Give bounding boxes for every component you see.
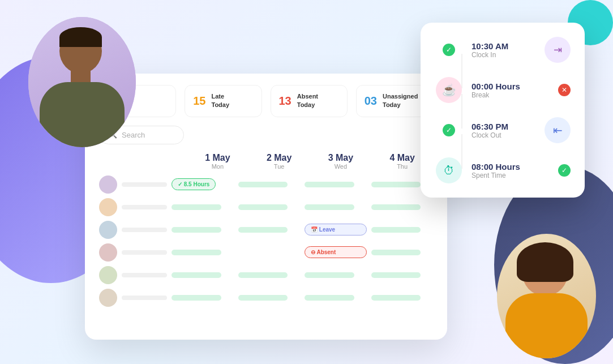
day-cell [172, 204, 234, 210]
clock-out-icon: ⇤ [545, 117, 571, 143]
day-cell [305, 182, 367, 187]
day-cell [238, 204, 301, 210]
cell-bar [305, 182, 354, 187]
tl-right: ✕ [558, 84, 571, 96]
late-number: 15 [193, 95, 205, 108]
break-label: Break [471, 91, 550, 99]
day2-day: Tue [248, 163, 310, 170]
tl-right: ⇥ [545, 37, 571, 63]
cell-bar [238, 295, 288, 301]
row-name [122, 296, 167, 300]
break-icon: ☕ [436, 77, 462, 103]
tl-info: 00:00 Hours Break [471, 82, 550, 99]
cell-bar [371, 250, 421, 255]
cell-bar [238, 182, 288, 187]
cell-bar [172, 227, 221, 233]
tl-right: ✓ [558, 164, 571, 177]
timeline-card: ✓ 10:30 AM Clock In ⇥ ☕ 00:00 Hours Brea… [421, 23, 585, 198]
hours-tag: ✓ 8.5 Hours [172, 178, 216, 190]
tl-right: ⇤ [545, 117, 571, 143]
unassigned-label: Unassigned [383, 92, 418, 101]
stat-absent: 13 AbsentToday [271, 85, 348, 117]
table-row: ⊖ Absent [99, 243, 433, 262]
row-name [122, 273, 167, 277]
avatar-left [28, 17, 136, 147]
search-text: Search [122, 131, 145, 139]
row-name [122, 228, 167, 232]
day-cell [371, 250, 434, 255]
cal-day-2: 2 May Tue [248, 153, 310, 170]
cal-day-1: 1 May Mon [187, 153, 248, 170]
row-avatar [99, 175, 117, 194]
table-row: 📅 Leave [99, 221, 433, 239]
stat-late: 15 LateToday [185, 85, 262, 117]
day-cell [172, 272, 234, 278]
cell-bar [172, 272, 221, 278]
calendar-header: 1 May Mon 2 May Tue 3 May Wed 4 May Thu [99, 153, 433, 170]
cell-bar [238, 227, 288, 233]
tl-left: ⏱ [435, 157, 463, 183]
row-avatar [99, 221, 117, 239]
day3-day: Wed [310, 163, 372, 170]
timeline-item-clock-in: ✓ 10:30 AM Clock In ⇥ [435, 37, 571, 77]
day2-date: 2 May [248, 153, 310, 163]
tl-info: 08:00 Hours Spent Time [471, 162, 550, 179]
day-cell [305, 295, 367, 301]
cell-bar [371, 182, 421, 187]
cell-bar [305, 272, 354, 278]
late-sub: Today [212, 101, 230, 109]
tl-info: 10:30 AM Clock In [471, 41, 536, 59]
table-row [99, 198, 433, 216]
timeline-item-spent: ⏱ 08:00 Hours Spent Time ✓ [435, 157, 571, 183]
leave-tag: 📅 Leave [305, 224, 367, 235]
clock-in-icon: ⇥ [545, 37, 571, 63]
cell-bar [172, 250, 221, 255]
cell-bar [371, 227, 421, 233]
day-cell [172, 227, 234, 233]
unassigned-sub: Today [383, 101, 418, 109]
status-dot-green: ✓ [443, 44, 455, 56]
late-label: Late [212, 92, 230, 101]
cell-bar [238, 272, 288, 278]
absent-sub: Today [297, 101, 318, 109]
stats-row: PresentToday 15 LateToday 13 AbsentToday… [85, 74, 447, 126]
row-name [122, 250, 167, 255]
day-cell [371, 227, 434, 233]
clock-out-time: 06:30 PM [471, 122, 536, 131]
row-avatar [99, 243, 117, 262]
spent-icon: ⏱ [436, 157, 462, 183]
cell-bar [305, 204, 354, 210]
day-cell [305, 272, 367, 278]
row-name [122, 182, 167, 187]
cell-bar [172, 204, 221, 210]
row-avatar [99, 266, 117, 284]
timeline-item-break: ☕ 00:00 Hours Break ✕ [435, 77, 571, 117]
status-dot-green: ✓ [558, 164, 571, 177]
dashboard-card: PresentToday 15 LateToday 13 AbsentToday… [85, 74, 447, 340]
status-dot-green: ✓ [443, 124, 455, 136]
tl-left: ✓ [435, 44, 463, 56]
avatar-right [497, 234, 596, 358]
day-cell [238, 272, 301, 278]
cal-day-3: 3 May Wed [310, 153, 372, 170]
day-cell [305, 204, 367, 210]
tl-info: 06:30 PM Clock Out [471, 122, 536, 139]
day-cell: ⊖ Absent [305, 246, 367, 258]
spent-label: Spent Time [471, 172, 550, 179]
day-cell [371, 295, 434, 301]
status-dot-red: ✕ [558, 84, 571, 96]
break-time: 00:00 Hours [471, 82, 550, 91]
row-avatar [99, 289, 117, 307]
clock-in-label: Clock In [471, 51, 536, 59]
cell-bar [238, 204, 288, 210]
cell-bar [371, 295, 421, 301]
day-cell [238, 227, 301, 233]
day-cell [238, 295, 301, 301]
day3-date: 3 May [310, 153, 372, 163]
day-cell [238, 182, 301, 187]
day1-day: Mon [187, 163, 248, 170]
cell-bar [305, 295, 354, 301]
cell-bar [371, 204, 421, 210]
cell-bar [172, 295, 221, 301]
content-area: 🔍 Search 1 May Mon 2 May Tue 3 May Wed 4… [85, 126, 447, 307]
